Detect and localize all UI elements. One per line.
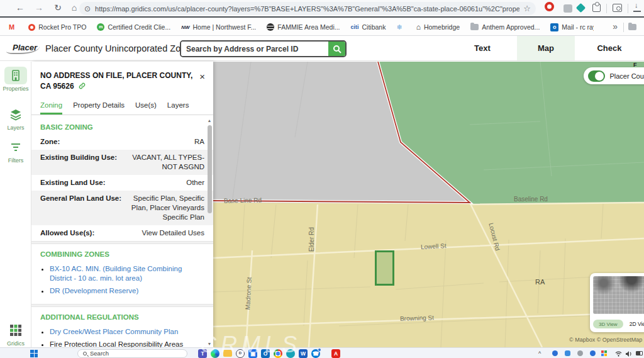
rocket-icon	[28, 24, 35, 31]
url-text[interactable]: https://map.gridics.com/us/ca/placer-cou…	[95, 5, 519, 13]
bookmark-item[interactable]: Rocket Pro TPO	[28, 23, 86, 31]
regulation-link[interactable]: Dry Creek/West Placer Community Plan	[50, 327, 203, 337]
tab-map[interactable]: Map	[517, 36, 575, 60]
tab-text[interactable]: Text	[448, 36, 517, 60]
toolbar-divider	[606, 4, 607, 13]
combining-zones-list: BX-10 AC. MIN. (Building Site Combining …	[31, 261, 213, 305]
bookmark-item[interactable]: Anthem Approved...	[470, 23, 540, 31]
back-icon[interactable]: ←	[14, 3, 26, 13]
tab-property-details[interactable]: Property Details	[73, 101, 125, 115]
street-label-baseline-rd: Baseline Rd	[514, 196, 548, 203]
tray-app-icon[interactable]	[577, 350, 583, 356]
globe-app-icon[interactable]	[286, 349, 295, 358]
row-label: Existing Land Use:	[40, 178, 106, 187]
tray-app-icon[interactable]	[552, 350, 558, 356]
phone-app-icon[interactable]: ☎	[311, 349, 320, 358]
scroll-down-arrow[interactable]: ▼	[206, 342, 213, 346]
combining-zone-link[interactable]: DR (Development Reserve)	[50, 286, 203, 296]
close-icon[interactable]: ×	[199, 71, 205, 82]
extension-teal-diamond-icon[interactable]	[577, 4, 584, 11]
tab-panel-layers[interactable]: Layers	[167, 101, 189, 115]
certified-credit-icon: m	[97, 23, 104, 31]
teams-icon[interactable]: T	[198, 349, 207, 358]
northwest-icon: NW	[181, 25, 189, 30]
bookmark-item[interactable]: mCertified Credit Clie...	[97, 23, 170, 31]
tray-chevron-icon[interactable]: ^	[538, 350, 541, 357]
chrome-profile-icon[interactable]	[274, 349, 282, 358]
extensions-puzzle-icon[interactable]	[592, 4, 601, 12]
link-icon[interactable]	[79, 82, 86, 89]
volume-icon[interactable]	[626, 351, 632, 357]
tab-zoning[interactable]: Zoning	[40, 101, 62, 115]
panel-scrollbar[interactable]: ▲ ▼	[206, 117, 213, 347]
other-bookmarks-folder-icon[interactable]	[628, 24, 636, 30]
outlook-icon: o	[550, 23, 558, 31]
scroll-up-arrow[interactable]: ▲	[206, 118, 213, 123]
acrobat-pdf-icon[interactable]: A	[331, 349, 340, 358]
zoning-map-canvas[interactable]: Base Line Rd Baseline Rd Elder Rd Locust…	[213, 62, 644, 347]
scrollbar-thumb[interactable]	[208, 125, 212, 213]
reload-icon[interactable]: ↻	[52, 3, 64, 13]
url-bar[interactable]: ⊙ https://map.gridics.com/us/ca/placer-c…	[79, 2, 536, 15]
word-icon[interactable]: W	[299, 349, 308, 358]
sidebar-item-layers[interactable]: Layers	[0, 106, 31, 131]
combining-zone-link[interactable]: BX-10 AC. MIN. (Building Site Combining …	[50, 264, 203, 284]
side-search-icon[interactable]	[613, 4, 622, 12]
snowflake-icon: ❄	[396, 23, 402, 31]
taskbar-search-box[interactable]: Search	[77, 349, 187, 358]
view-2d-button[interactable]: 2D Vie	[630, 321, 644, 327]
property-title: NO ADDRESS ON FILE, PLACER COUNTY, CA 95…	[40, 70, 199, 92]
row-value: Specific Plan, Specific Plan, Placer Vin…	[128, 194, 204, 222]
citibank-icon: citi	[351, 24, 359, 30]
tab-uses[interactable]: Use(s)	[135, 101, 157, 115]
file-explorer-icon[interactable]	[223, 350, 232, 357]
aerial-preview-image[interactable]	[593, 276, 644, 314]
bookmark-item[interactable]: FAMMIE Area Medi...	[267, 23, 340, 31]
outlook-icon[interactable]: O	[261, 349, 270, 358]
windows-taskbar: Search T D ▣ O W ☎ A ^	[0, 347, 644, 358]
sidebar-item-gridics[interactable]: Gridics	[0, 322, 31, 347]
zone-label-ra: RA	[535, 278, 545, 286]
sidebar-item-filters[interactable]: Filters	[0, 138, 31, 164]
wifi-icon[interactable]	[615, 351, 622, 357]
search-input[interactable]	[181, 42, 328, 56]
sidebar-item-properties[interactable]: Properties	[0, 67, 31, 92]
toggle-switch-on[interactable]	[588, 70, 605, 82]
view-3d-button[interactable]: 3D View	[593, 320, 623, 328]
windows-start-icon[interactable]	[30, 350, 38, 357]
battery-icon[interactable]	[636, 351, 643, 355]
bookmark-item[interactable]: ❄	[396, 23, 405, 31]
bookmark-item[interactable]: citiCitibank	[351, 23, 386, 31]
street-label-base-line-rd: Base Line Rd	[224, 196, 262, 204]
section-heading-additional-regulations: ADDITIONAL REGULATIONS	[31, 307, 213, 324]
tab-check[interactable]: Check	[575, 36, 644, 60]
forward-icon[interactable]: →	[33, 3, 45, 13]
downloads-icon[interactable]	[633, 3, 641, 12]
home-icon[interactable]: ⌂	[68, 3, 80, 13]
extension-red-icon[interactable]	[545, 2, 554, 11]
site-settings-icon[interactable]: ⊙	[84, 4, 91, 13]
panel-scroll-area: BASIC ZONING Zone:RA Existing Building U…	[31, 117, 213, 347]
ms-account-grid-icon[interactable]	[601, 350, 607, 356]
zone-link[interactable]: RA	[194, 137, 204, 147]
photos-icon[interactable]: ▣	[248, 349, 257, 358]
selected-parcel-highlight[interactable]	[375, 250, 394, 286]
bookmark-item[interactable]: NWHome | Northwest F...	[181, 23, 256, 31]
view-detailed-uses-link[interactable]: View Detailed Uses	[142, 228, 204, 238]
search-button[interactable]	[328, 42, 345, 56]
edge-icon[interactable]	[211, 349, 219, 358]
regulation-item: Fire Protection Local Responsibility Are…	[50, 340, 203, 347]
bookmark-item[interactable]: M	[9, 23, 18, 31]
toggle-label: Placer Count	[609, 72, 644, 80]
bookmark-item[interactable]: ⌂Homebridge	[416, 23, 460, 31]
tray-app-icon[interactable]	[590, 350, 596, 356]
bookmarks-overflow-chevron[interactable]: »	[613, 21, 618, 31]
extension-gray-icon[interactable]	[564, 4, 572, 13]
tray-app-icon[interactable]	[565, 350, 570, 356]
bookmark-star-icon[interactable]: ☆	[523, 4, 531, 13]
zoning-row: Allowed Use(s):View Detailed Uses	[31, 225, 213, 241]
section-heading-basic-zoning: BASIC ZONING	[31, 117, 213, 134]
row-value: VACANT, ALL TYPES-NOT ASGND	[123, 153, 204, 172]
dell-icon[interactable]: D	[236, 349, 245, 358]
bookmark-item[interactable]: oMail - rc raymondco...	[550, 23, 594, 31]
